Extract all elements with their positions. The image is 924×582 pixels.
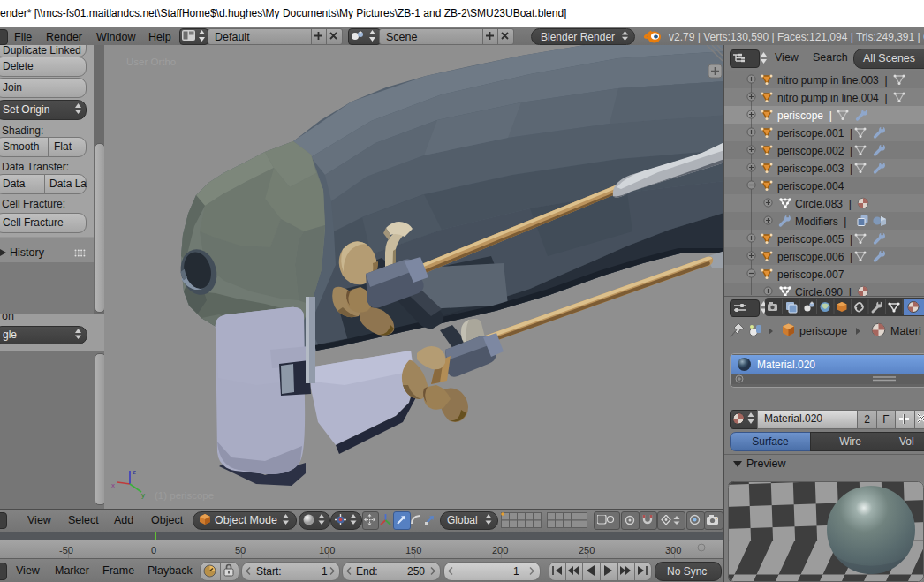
svg-text:y: y	[141, 491, 145, 499]
svg-text:z: z	[133, 468, 136, 476]
svg-text:(1) periscope: (1) periscope	[155, 490, 214, 501]
svg-text:User Ortho: User Ortho	[126, 57, 176, 67]
svg-text:x: x	[111, 481, 115, 489]
